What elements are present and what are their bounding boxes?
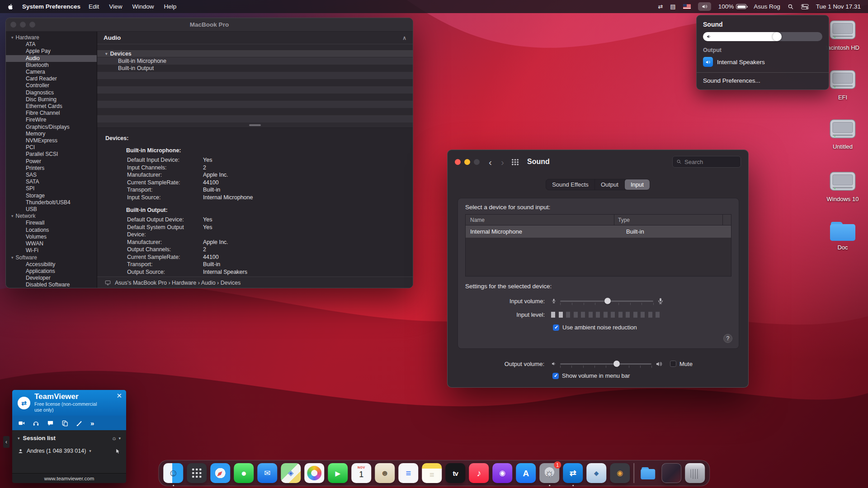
tree-row-empty[interactable] [97,101,413,108]
desktop-icon-untitled[interactable]: Untitled [821,118,864,150]
sidebar-item-usb[interactable]: USB [6,206,97,213]
video-icon[interactable] [18,420,25,427]
sidebar-item-volumes[interactable]: Volumes [6,234,97,240]
dock-messages[interactable]: ● [234,463,254,483]
tree-row-empty[interactable] [97,72,413,79]
dock-app-store[interactable]: A [516,463,536,483]
volume-slider-thumb[interactable] [773,32,782,41]
sidebar-item-firewire[interactable]: FireWire [6,117,97,123]
sidebar-item-graphics-displays[interactable]: Graphics/Displays [6,124,97,131]
forward-button[interactable]: › [501,157,504,167]
spotlight-icon[interactable] [788,4,794,10]
sidebar-item-locations[interactable]: Locations [6,227,97,234]
sidebar-item-printers[interactable]: Printers [6,165,97,172]
dock-contacts[interactable]: ☻ [375,463,395,483]
clock[interactable]: Tue 1 Nov 17.31 [816,3,861,10]
close-button[interactable] [10,22,16,28]
sidebar-section-software[interactable]: ▾Software [6,254,97,261]
sidebar-item-camera[interactable]: Camera [6,69,97,75]
sidebar-item-ethernet-cards[interactable]: Ethernet Cards [6,103,97,110]
dock-music[interactable]: ♪ [469,463,489,483]
menu-item[interactable]: Help [164,3,176,10]
tree-row-empty[interactable] [97,108,413,115]
tree-row-empty[interactable] [97,94,413,101]
tab-sound-effects[interactable]: Sound Effects [546,179,595,190]
dock-app-unknown-2[interactable]: ◉ [610,463,630,483]
sidebar-item-memory[interactable]: Memory [6,131,97,137]
dock-minimized-window[interactable] [661,463,681,483]
dock-system-preferences[interactable]: ☼ 1 [539,463,559,483]
column-type[interactable]: Type [614,215,722,225]
dock-notes[interactable]: ≡ [422,463,442,483]
sidebar-item-bluetooth[interactable]: Bluetooth [6,62,97,69]
active-app-menu[interactable]: System Preferences [22,3,80,10]
breadcrumb[interactable]: Asus's MacBook Pro › Hardware › Audio › … [115,280,241,286]
slider-thumb[interactable] [604,298,611,304]
output-volume-slider[interactable] [560,360,651,368]
sidebar-item-thunderbolt-usb4[interactable]: Thunderbolt/USB4 [6,199,97,206]
sidebar-item-firewall[interactable]: Firewall [6,220,97,226]
show-volume-checkbox[interactable] [552,373,559,379]
dock-app-unknown-1[interactable]: ◆ [586,463,606,483]
dock-separator[interactable] [633,463,634,483]
menu-item[interactable]: Window [132,3,154,10]
sidebar-item-developer[interactable]: Developer [6,275,97,282]
sidebar-item-wi-fi[interactable]: Wi-Fi [6,247,97,254]
chevron-down-icon[interactable]: ▾ [18,436,20,441]
sidebar-item-diagnostics[interactable]: Diagnostics [6,89,97,96]
teamviewer-collapse-tab[interactable]: ‹ [3,436,9,448]
monitor-menu-icon[interactable]: ▤ [670,3,675,10]
brush-icon[interactable] [76,420,83,427]
sidebar-item-power[interactable]: Power [6,158,97,165]
collapse-icon[interactable]: ∧ [402,35,406,41]
output-device-row[interactable]: Internal Speakers [703,57,822,67]
sidebar-item-storage[interactable]: Storage [6,192,97,199]
sidebar-section-hardware[interactable]: ▾Hardware [6,34,97,41]
zoom-button[interactable] [474,159,480,165]
zoom-button[interactable] [29,22,35,28]
volume-menu-icon[interactable] [698,2,711,11]
close-icon[interactable]: ✕ [116,392,122,400]
sidebar-item-pci[interactable]: PCI [6,144,97,151]
sidebar-item-disc-burning[interactable]: Disc Burning [6,96,97,103]
input-volume-slider[interactable] [560,297,653,305]
Internal Microphone[interactable]: Internal Microphone Built-in [466,225,731,238]
desktop-icon-doc[interactable]: Doc [821,221,864,251]
dock-downloads-folder[interactable] [638,463,658,483]
sidebar-item-ata[interactable]: ATA [6,41,97,48]
sidebar-item-sas[interactable]: SAS [6,172,97,178]
apple-menu-icon[interactable] [7,3,14,11]
show-all-icon[interactable] [511,159,519,165]
titlebar[interactable]: ‹ › Sound [448,150,748,174]
help-button[interactable]: ? [723,334,732,343]
sidebar-item-spi[interactable]: SPI [6,185,97,192]
tree-row-built-in-microphone[interactable]: Built-in Microphone [97,57,413,65]
control-center-icon[interactable] [801,4,809,9]
sidebar-item-card-reader[interactable]: Card Reader [6,75,97,82]
teamviewer-footer[interactable]: www.teamviewer.com [12,473,126,483]
titlebar[interactable]: MacBook Pro [6,18,413,32]
ambient-noise-checkbox[interactable] [553,324,559,331]
copy-icon[interactable] [61,420,68,427]
menu-item[interactable]: View [109,3,122,10]
dock-facetime[interactable]: ▶ [328,463,348,483]
mute-checkbox[interactable] [670,361,676,367]
tree-row-built-in-output[interactable]: Built-in Output [97,65,413,72]
close-button[interactable] [455,159,461,165]
sidebar-item-nvmexpress[interactable]: NVMExpress [6,137,97,144]
sidebar-item-fibre-channel[interactable]: Fibre Channel [6,110,97,117]
sidebar-section-network[interactable]: ▾Network [6,213,97,220]
dock-reminders[interactable]: ≡ [398,463,418,483]
dock-maps[interactable]: ◈ [281,463,301,483]
dock-trash[interactable] [685,463,705,483]
sidebar-item-sata[interactable]: SATA [6,178,97,185]
tab-input[interactable]: Input [625,179,650,190]
column-name[interactable]: Name [466,217,614,223]
volume-slider[interactable] [703,32,822,41]
input-language-flag-icon[interactable] [683,4,691,9]
headset-icon[interactable] [33,420,39,427]
disclosure-triangle-icon[interactable]: ▾ [105,52,108,56]
more-icon[interactable]: » [90,419,94,427]
teamviewer-menu-icon[interactable]: ⇄ [658,3,663,10]
dock-podcasts[interactable]: ◉ [492,463,512,483]
